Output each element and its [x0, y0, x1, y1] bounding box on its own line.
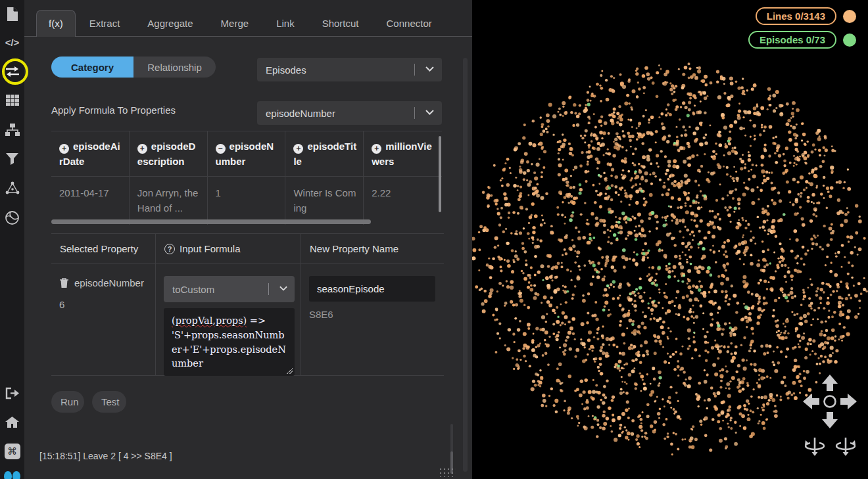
episodes-count-badge[interactable]: Episodes 0/73 — [748, 31, 836, 49]
command-icon[interactable]: ⌘ — [0, 442, 24, 461]
input-formula-header: ? Input Formula — [156, 234, 301, 264]
category-select[interactable]: Episodes — [257, 58, 442, 81]
home-icon[interactable] — [0, 412, 24, 432]
chevron-down-icon — [425, 66, 434, 72]
app-logo[interactable] — [4, 470, 21, 479]
tab-merge[interactable]: Merge — [207, 11, 263, 36]
minus-circle-icon[interactable]: − — [216, 144, 226, 154]
plus-circle-icon[interactable]: + — [59, 144, 69, 154]
plus-circle-icon[interactable]: + — [372, 144, 381, 154]
globe-icon[interactable] — [0, 208, 24, 227]
pan-controls — [794, 365, 866, 438]
new-property-input[interactable] — [309, 276, 435, 302]
sign-out-icon[interactable] — [0, 383, 24, 403]
apply-formula-label: Apply Formula To Properties — [51, 104, 176, 116]
property-select[interactable]: episodeNumber — [257, 101, 442, 125]
table-cell: 2.22 — [364, 177, 442, 225]
icon-sidebar: </> — [0, 0, 24, 479]
formula-section: Selected Property ? Input Formula New Pr… — [51, 233, 444, 376]
input-formula-cell: toCustom (propVal,props) => 'S'+props.se… — [156, 264, 301, 376]
log-line: [15:18:51] Leave 2 [ 4 >> S8E4 ] — [39, 449, 447, 464]
log-scrollbar[interactable] — [450, 424, 453, 474]
tab-aggregate[interactable]: Aggregate — [133, 11, 206, 36]
lines-count-badge[interactable]: Lines 0/3143 — [756, 7, 836, 25]
selected-property-name: episodeNumber — [74, 277, 144, 288]
code-icon[interactable]: </> — [0, 32, 24, 52]
run-button[interactable]: Run — [51, 391, 84, 413]
pan-up-button[interactable] — [822, 375, 838, 391]
swap-arrows-icon[interactable] — [0, 62, 24, 81]
test-button[interactable]: Test — [92, 391, 126, 413]
pan-right-button[interactable] — [840, 394, 857, 409]
help-icon[interactable]: ? — [164, 244, 175, 254]
filter-icon[interactable] — [0, 149, 24, 169]
formula-code-editor[interactable]: (propVal,props) => 'S'+props.seasonNumbe… — [164, 308, 295, 376]
center-view-button[interactable] — [825, 396, 836, 407]
column-header[interactable]: −episodeNumber — [208, 131, 286, 177]
toggle-relationship[interactable]: Relationship — [133, 57, 216, 78]
table-horizontal-scrollbar[interactable] — [51, 219, 371, 224]
tab-shortcut[interactable]: Shortcut — [308, 11, 373, 36]
trash-icon[interactable] — [59, 278, 69, 288]
rotate-right-button[interactable] — [834, 436, 857, 456]
tab-link[interactable]: Link — [262, 11, 308, 36]
file-icon[interactable] — [0, 4, 24, 24]
plus-circle-icon[interactable]: + — [293, 144, 303, 154]
log-output: [15:18:51] Leave 2 [ 4 >> S8E4 ] [15:18:… — [39, 421, 447, 479]
selected-property-value: 6 — [59, 299, 147, 310]
function-select[interactable]: toCustom — [164, 276, 295, 302]
tab-connector[interactable]: Connector — [373, 11, 446, 36]
episodes-legend-dot[interactable] — [843, 34, 856, 47]
panel-scrollbar[interactable] — [463, 58, 468, 472]
column-header[interactable]: +episodeAirDate — [51, 131, 130, 177]
category-relationship-toggle: Category Relationship — [51, 57, 216, 78]
selected-property-header: Selected Property — [51, 234, 156, 264]
column-header[interactable]: +episodeTitle — [285, 131, 364, 177]
chevron-down-icon — [279, 286, 287, 291]
tab-fx[interactable]: f(x) — [36, 10, 76, 37]
chevron-down-icon — [425, 110, 434, 115]
graph-view: Lines 0/3143 Episodes 0/73 — [472, 0, 868, 479]
rotate-left-button[interactable] — [803, 436, 827, 456]
tabbar: f(x) Extract Aggregate Merge Link Shortc… — [24, 0, 472, 37]
table-cell: Jon Arryn, the Hand of ... — [130, 177, 208, 225]
app-window: </> — [0, 0, 868, 479]
pan-down-button[interactable] — [822, 412, 838, 428]
table-cell: Winter Is Coming — [285, 177, 364, 225]
panel-resize-grip[interactable] — [439, 467, 456, 477]
new-property-header: New Property Name — [301, 234, 444, 264]
resize-grip[interactable] — [287, 368, 293, 374]
function-select-value: toCustom — [172, 284, 214, 295]
table-icon[interactable] — [0, 91, 24, 110]
property-select-value: episodeNumber — [266, 108, 335, 119]
transform-panel: f(x) Extract Aggregate Merge Link Shortc… — [24, 0, 472, 479]
column-header[interactable]: +episodeDescription — [130, 131, 208, 177]
tab-extract[interactable]: Extract — [76, 11, 134, 36]
lines-legend-dot[interactable] — [843, 10, 856, 23]
table-cell: 1 — [208, 177, 286, 225]
table-vertical-scrollbar[interactable] — [439, 136, 441, 212]
new-property-preview: S8E6 — [309, 309, 436, 320]
plus-circle-icon[interactable]: + — [137, 144, 147, 154]
network-icon[interactable] — [0, 178, 24, 198]
pan-left-button[interactable] — [803, 394, 819, 409]
sitemap-icon[interactable] — [0, 120, 24, 139]
toggle-category[interactable]: Category — [51, 57, 133, 78]
table-cell: 2011-04-17 — [51, 177, 130, 225]
selected-property-cell: episodeNumber 6 — [51, 264, 156, 376]
category-select-value: Episodes — [266, 64, 306, 76]
column-header[interactable]: +millionViewers — [364, 131, 442, 177]
new-property-cell: S8E6 — [301, 264, 444, 376]
property-table: +episodeAirDate +episodeDescription −epi… — [51, 131, 442, 225]
